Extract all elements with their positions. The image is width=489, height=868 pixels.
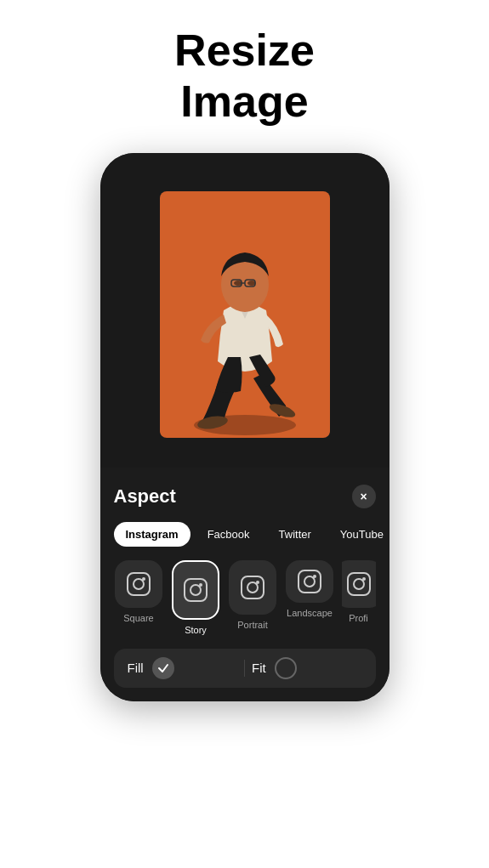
- format-portrait[interactable]: Portrait: [228, 560, 278, 635]
- phone-mockup: Aspect × Instagram Facbook Twitter YouTu…: [100, 153, 389, 701]
- aspect-panel: Aspect × Instagram Facbook Twitter YouTu…: [100, 468, 389, 701]
- format-landscape[interactable]: Landscape: [285, 560, 335, 635]
- platform-tabs: Instagram Facbook Twitter YouTube: [114, 522, 376, 547]
- fill-label: Fill: [128, 661, 144, 675]
- format-profile-icon: [342, 560, 376, 608]
- aspect-panel-header: Aspect ×: [114, 485, 376, 508]
- fill-fit-row: Fill Fit: [114, 649, 376, 688]
- format-portrait-icon: [229, 560, 276, 615]
- format-square[interactable]: Square: [114, 560, 164, 635]
- insta-icon-landscape: [298, 570, 321, 593]
- tab-twitter[interactable]: Twitter: [267, 522, 323, 547]
- insta-icon-story: [184, 578, 208, 602]
- portrait-image: [160, 191, 330, 438]
- fit-section[interactable]: Fit: [252, 657, 362, 679]
- format-story-label: Story: [185, 625, 207, 635]
- fill-fit-divider: [244, 660, 245, 677]
- format-square-label: Square: [123, 613, 153, 623]
- tab-youtube[interactable]: YouTube: [328, 522, 389, 547]
- format-portrait-label: Portrait: [237, 620, 267, 630]
- format-profile[interactable]: Profi: [342, 560, 376, 635]
- fill-check-icon[interactable]: [152, 657, 174, 679]
- format-square-icon: [115, 560, 162, 608]
- person-svg: [168, 208, 321, 438]
- format-profile-label: Profi: [349, 613, 368, 623]
- image-preview-area: [100, 153, 389, 468]
- checkmark-icon: [157, 662, 169, 674]
- close-button[interactable]: ×: [352, 485, 376, 508]
- page-title: Resize Image: [174, 26, 315, 128]
- format-landscape-label: Landscape: [287, 608, 333, 618]
- fit-circle-icon[interactable]: [275, 657, 297, 679]
- format-story-icon: [172, 560, 219, 620]
- tab-instagram[interactable]: Instagram: [114, 522, 190, 547]
- insta-icon-profile: [347, 572, 371, 596]
- insta-icon-square: [127, 572, 151, 596]
- format-story[interactable]: Story: [171, 560, 221, 635]
- insta-icon-portrait: [241, 576, 264, 599]
- format-landscape-icon: [286, 560, 333, 603]
- format-options: Square Story Portrait L: [114, 560, 376, 635]
- tab-facebook[interactable]: Facbook: [196, 522, 262, 547]
- fill-section[interactable]: Fill: [128, 657, 238, 679]
- aspect-panel-title: Aspect: [114, 485, 176, 508]
- fit-label: Fit: [252, 661, 266, 675]
